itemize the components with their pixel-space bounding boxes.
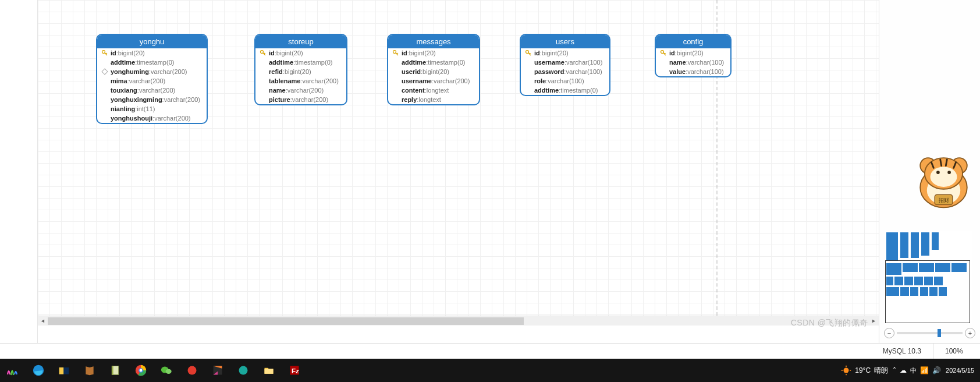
column-row[interactable]: username: varchar(200) — [388, 76, 479, 86]
column-type: varchar(200) — [287, 87, 324, 94]
entity-yonghu[interactable]: yonghuid: bigint(20)addtime: timestamp(0… — [96, 34, 208, 124]
edge-icon[interactable] — [29, 361, 48, 380]
scroll-left-arrow[interactable]: ◄ — [38, 316, 48, 326]
column-row[interactable]: addtime: timestamp(0) — [97, 58, 207, 67]
entity-header[interactable]: users — [521, 35, 609, 48]
start-icon[interactable] — [3, 361, 22, 380]
teal-app-icon[interactable] — [234, 361, 253, 380]
notepad-icon[interactable] — [106, 361, 125, 380]
zoom-thumb[interactable] — [938, 329, 941, 337]
scroll-right-arrow[interactable]: ► — [869, 316, 879, 326]
chrome-icon[interactable] — [132, 361, 150, 380]
column-row[interactable]: id: bigint(20) — [97, 48, 207, 58]
column-row[interactable]: name: varchar(200) — [255, 86, 346, 95]
entity-header[interactable]: yonghu — [97, 35, 207, 48]
ime-icon[interactable]: 中 — [910, 366, 917, 375]
chevron-up-icon[interactable]: ˄ — [893, 366, 896, 374]
scroll-track[interactable] — [48, 317, 869, 325]
column-row[interactable]: yonghuming: varchar(200) — [97, 67, 207, 76]
column-row[interactable]: id: bigint(20) — [255, 48, 346, 58]
system-tray[interactable]: ˄ ☁ 中 📶 🔊 — [893, 366, 941, 375]
column-row[interactable]: password: varchar(100) — [521, 67, 609, 76]
entity-header[interactable]: messages — [388, 35, 479, 48]
diagram-canvas[interactable]: yonghuid: bigint(20)addtime: timestamp(0… — [38, 0, 879, 316]
scroll-thumb[interactable] — [48, 317, 524, 325]
svg-point-27 — [239, 366, 248, 375]
minimap[interactable] — [885, 231, 972, 324]
column-name: userid — [402, 68, 421, 75]
cloud-icon[interactable]: ☁ — [900, 366, 907, 374]
column-type: varchar(200) — [151, 68, 187, 75]
volume-icon[interactable]: 🔊 — [932, 366, 941, 374]
column-row[interactable]: yonghuxingming: varchar(200) — [97, 95, 207, 104]
column-row[interactable]: mima: varchar(200) — [97, 76, 207, 86]
column-row[interactable]: yonghushouji: varchar(200) — [97, 114, 207, 123]
column-type: longtext — [427, 87, 449, 94]
column-name: role — [534, 77, 546, 84]
folder-icon[interactable] — [260, 361, 278, 380]
canvas-wrap: yonghuid: bigint(20)addtime: timestamp(0… — [38, 0, 879, 343]
zoom-out-button[interactable]: − — [884, 328, 894, 338]
zoom-track[interactable] — [897, 332, 963, 334]
column-row[interactable]: value: varchar(100) — [656, 67, 730, 76]
column-type: timestamp(0) — [295, 59, 332, 66]
column-name: content — [402, 87, 425, 94]
zoom-in-button[interactable]: + — [965, 328, 975, 338]
column-row[interactable]: name: varchar(100) — [656, 58, 730, 67]
column-row[interactable]: tablename: varchar(200) — [255, 76, 346, 86]
column-name: password — [534, 68, 564, 75]
red-app-icon[interactable] — [183, 361, 201, 380]
column-row[interactable]: username: varchar(100) — [521, 58, 609, 67]
column-row[interactable]: addtime: timestamp(0) — [255, 58, 346, 67]
entity-users[interactable]: usersid: bigint(20)username: varchar(100… — [520, 34, 610, 96]
wechat-icon[interactable] — [157, 361, 176, 380]
key-icon — [524, 49, 532, 56]
taskbar: Fz 19°C 晴朗 ˄ ☁ 中 📶 🔊 2024/5/15 — [0, 359, 980, 382]
column-row[interactable]: id: bigint(20) — [388, 48, 479, 58]
entity-config[interactable]: configid: bigint(20)name: varchar(100)va… — [655, 34, 732, 77]
minimap-viewport[interactable] — [885, 260, 970, 323]
column-type: bigint(20) — [118, 49, 145, 56]
column-name: value — [669, 68, 686, 75]
column-row[interactable]: nianling: int(11) — [97, 104, 207, 114]
minimap-block — [911, 232, 919, 258]
filezilla-icon[interactable]: Fz — [285, 361, 304, 380]
key-icon — [259, 49, 267, 56]
wifi-icon[interactable]: 📶 — [920, 366, 929, 374]
column-name: yonghuming — [111, 68, 149, 75]
column-row[interactable]: addtime: timestamp(0) — [521, 86, 609, 95]
column-row[interactable]: id: bigint(20) — [656, 48, 730, 58]
column-row[interactable]: addtime: timestamp(0) — [388, 58, 479, 67]
svg-rect-17 — [59, 367, 64, 374]
weather-widget[interactable]: 19°C 晴朗 — [841, 365, 888, 376]
column-name: picture — [269, 96, 290, 103]
column-type: varchar(100) — [566, 68, 602, 75]
column-row[interactable]: id: bigint(20) — [521, 48, 609, 58]
status-bar: MySQL 10.3 100% — [0, 343, 980, 359]
clock[interactable]: 2024/5/15 — [946, 367, 974, 374]
column-row[interactable]: userid: bigint(20) — [388, 67, 479, 76]
column-name: username — [402, 77, 432, 84]
book-icon[interactable] — [80, 361, 99, 380]
column-type: varchar(200) — [139, 87, 175, 94]
column-row[interactable]: content: longtext — [388, 86, 479, 95]
horizontal-scrollbar[interactable]: ◄ ► — [38, 316, 879, 326]
weather-text: 晴朗 — [874, 366, 888, 376]
right-panel: − + — [879, 0, 980, 343]
intellij-icon[interactable] — [208, 361, 227, 380]
column-row[interactable]: role: varchar(100) — [521, 76, 609, 86]
explorer-icon[interactable] — [55, 361, 73, 380]
column-row[interactable]: picture: varchar(200) — [255, 95, 346, 104]
column-name: id — [402, 49, 407, 56]
column-type: varchar(100) — [548, 77, 584, 84]
column-row[interactable]: reply: longtext — [388, 95, 479, 104]
entity-header[interactable]: config — [656, 35, 730, 48]
column-row[interactable]: touxiang: varchar(200) — [97, 86, 207, 95]
entity-messages[interactable]: messagesid: bigint(20)addtime: timestamp… — [387, 34, 480, 105]
entity-header[interactable]: storeup — [255, 35, 346, 48]
entity-storeup[interactable]: storeupid: bigint(20)addtime: timestamp(… — [254, 34, 347, 105]
diamond-icon — [101, 69, 109, 74]
column-type: bigint(20) — [422, 68, 449, 75]
column-row[interactable]: refid: bigint(20) — [255, 67, 346, 76]
svg-point-24 — [166, 369, 172, 374]
